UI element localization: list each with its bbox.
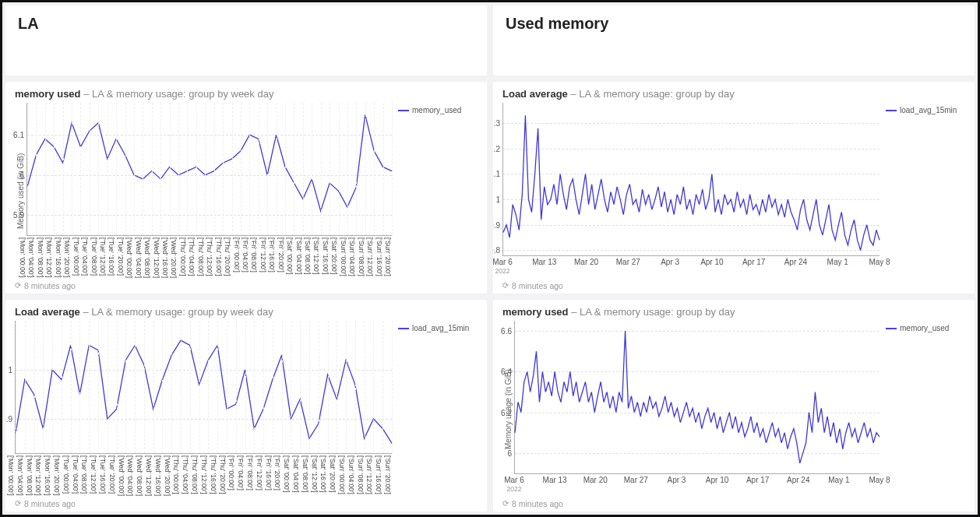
- x-tick: ['Wed' '16:00']: [161, 237, 169, 278]
- x-tick: ['Wed' '08:00']: [136, 455, 143, 496]
- x-tick: May 8: [869, 476, 890, 484]
- x-tick: ['Sun' '16:00']: [375, 455, 382, 494]
- x-tick: ['Tue' '04:00']: [72, 455, 79, 494]
- x-tick: ['Sun' '04:00']: [348, 237, 356, 276]
- chart-title-row: Load average – LA & memory usage: group …: [502, 88, 965, 100]
- x-tick: ['Thu' '04:00']: [182, 455, 189, 494]
- x-tick: ['Fri' '16:00']: [265, 455, 273, 491]
- x-tick: ['Thu' '00:00']: [179, 237, 187, 276]
- x-tick: ['Thu' '08:00']: [197, 237, 205, 276]
- chart-la-day: Load average – LA & memory usage: group …: [493, 82, 975, 294]
- x-tick: Apr 3: [661, 258, 679, 266]
- x-tick: ['Mon' '12:00']: [45, 237, 53, 277]
- y-tick: 0.9: [5, 414, 16, 423]
- chart-title: memory used: [502, 306, 569, 318]
- y-tick: 1: [495, 195, 503, 204]
- plot-area[interactable]: 0.91: [15, 321, 392, 454]
- x-tick: ['Mon' '12:00']: [34, 455, 42, 495]
- x-tick: ['Sun' '12:00']: [365, 455, 373, 494]
- x-tick: ['Sat' '04:00']: [295, 237, 303, 275]
- chart-title-row: memory used – LA & memory usage: group b…: [502, 306, 965, 318]
- x-tick: ['Thu' '20:00']: [224, 237, 231, 276]
- legend-swatch: [398, 328, 409, 329]
- x-tick: ['Fri' '04:00']: [241, 237, 249, 273]
- chart-mem-day: memory used – LA & memory usage: group b…: [493, 300, 975, 512]
- x-axis: Mar 62022Mar 13Mar 20Mar 27Apr 3Apr 10Ap…: [514, 474, 880, 498]
- x-tick: ['Wed' '04:00']: [135, 237, 143, 278]
- legend: memory_used: [392, 103, 478, 280]
- x-tick: ['Tue' '08:00']: [90, 237, 98, 276]
- x-tick: ['Mon' '20:00']: [53, 455, 61, 495]
- x-tick: ['Tue' '20:00']: [108, 455, 116, 494]
- x-tick: ['Tue' '12:00']: [99, 237, 107, 276]
- x-tick: ['Sun' '00:00']: [340, 237, 347, 276]
- x-tick: ['Sat' '20:00']: [329, 455, 337, 493]
- x-tick: ['Sat' '00:00']: [286, 237, 294, 275]
- x-tick: ['Thu' '12:00']: [200, 455, 208, 494]
- x-tick: ['Wed' '20:00']: [170, 237, 178, 278]
- plot-area[interactable]: 0.80.911.11.21.3: [502, 103, 880, 256]
- x-tick: ['Sun' '20:00']: [384, 237, 392, 276]
- x-tick: ['Mon' '16:00']: [44, 455, 51, 495]
- x-tick: ['Sat' '00:00']: [283, 455, 291, 493]
- x-tick: ['Wed' '16:00']: [154, 455, 162, 496]
- header-usedmem-title: Used memory: [506, 15, 965, 33]
- header-la-title: LA: [18, 15, 478, 33]
- x-tick: May 1: [827, 258, 848, 266]
- x-tick: ['Fri' '04:00']: [237, 455, 245, 491]
- x-tick: ['Thu' '08:00']: [191, 455, 199, 494]
- x-tick: ['Fri' '20:00']: [273, 455, 281, 491]
- x-tick: Mar 13: [543, 476, 567, 484]
- x-axis: Mar 62022Mar 13Mar 20Mar 27Apr 3Apr 10Ap…: [502, 256, 880, 280]
- header-usedmem-panel: Used memory: [493, 5, 975, 76]
- x-tick: ['Sun' '08:00']: [358, 237, 365, 276]
- y-tick: 6.4: [501, 368, 515, 376]
- x-tick: Mar 20: [574, 258, 598, 266]
- x-tick: ['Sat' '16:00']: [322, 237, 330, 275]
- x-tick: ['Sun' '16:00']: [375, 237, 383, 276]
- chart-title-row: memory used – LA & memory usage: group b…: [15, 88, 478, 100]
- refresh-icon: ⟳: [15, 282, 21, 290]
- x-tick: ['Sat' '20:00']: [330, 237, 338, 275]
- x-tick: ['Mon' '20:00']: [63, 237, 71, 277]
- x-tick: ['Tue' '00:00']: [72, 237, 80, 276]
- x-tick: ['Thu' '20:00']: [219, 455, 227, 494]
- x-tick: Mar 13: [532, 258, 556, 266]
- x-tick: ['Sun' '20:00']: [384, 455, 392, 494]
- x-tick: ['Tue' '12:00']: [90, 455, 97, 494]
- footer-text: 8 minutes ago: [24, 499, 76, 508]
- legend-swatch: [886, 110, 897, 111]
- y-tick: 6: [507, 448, 515, 457]
- x-tick: ['Mon' '04:00']: [16, 455, 24, 495]
- panel-footer: ⟳ 8 minutes ago: [15, 280, 478, 290]
- x-tick: ['Wed' '04:00']: [126, 455, 134, 496]
- x-tick: ['Thu' '16:00']: [215, 237, 223, 276]
- legend-label: load_avg_15min: [900, 106, 957, 114]
- refresh-icon: ⟳: [502, 282, 509, 290]
- plot-area[interactable]: 66.26.46.6: [514, 321, 880, 474]
- chart-mem-weekday: memory used – LA & memory usage: group b…: [5, 82, 487, 294]
- x-tick: ['Mon' '16:00']: [55, 237, 62, 277]
- legend: memory_used: [880, 321, 965, 498]
- x-tick: ['Tue' '16:00']: [108, 237, 115, 276]
- x-tick: Apr 3: [667, 476, 686, 484]
- x-tick: ['Tue' '00:00']: [62, 455, 70, 494]
- legend: load_avg_15min: [880, 103, 965, 280]
- x-tick: ['Thu' '04:00']: [188, 237, 196, 276]
- chart-subtitle: – LA & memory usage: group by week day: [83, 88, 273, 100]
- x-tick: Apr 24: [787, 476, 809, 484]
- x-tick: ['Wed' '00:00']: [125, 237, 133, 278]
- legend-label: memory_used: [412, 106, 461, 114]
- chart-subtitle: – LA & memory usage: group by day: [571, 306, 735, 318]
- legend-label: load_avg_15min: [412, 324, 469, 332]
- x-tick: Apr 24: [784, 258, 807, 266]
- y-tick: 6.2: [501, 408, 515, 417]
- y-tick: 6: [19, 171, 27, 179]
- x-tick: ['Tue' '20:00']: [117, 237, 125, 276]
- x-tick: Mar 62022: [504, 476, 524, 493]
- x-tick: ['Wed' '20:00']: [164, 455, 171, 496]
- x-tick: ['Thu' '00:00']: [172, 455, 180, 494]
- plot-area[interactable]: 5.966.1: [26, 103, 392, 236]
- header-la-panel: LA: [5, 5, 487, 76]
- x-tick: Apr 17: [746, 476, 769, 484]
